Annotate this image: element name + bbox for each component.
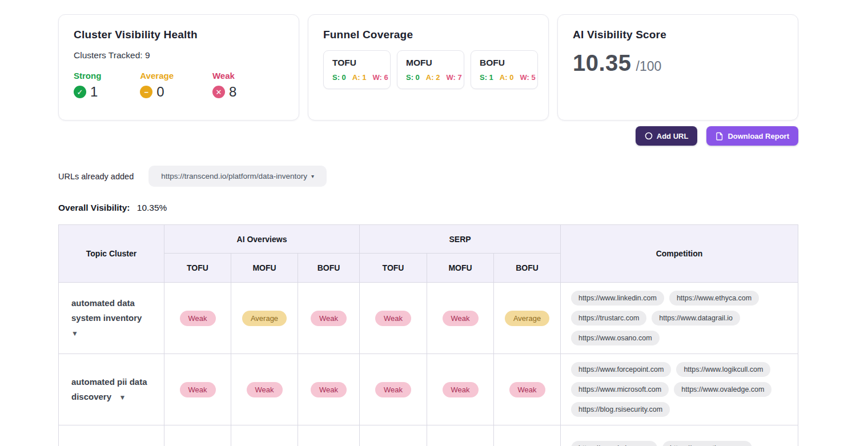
health-stat-label: Weak xyxy=(212,71,236,81)
funnel-stat-average: A: 1 xyxy=(352,73,367,82)
funnel-stat-weak: W: 7 xyxy=(446,73,461,82)
toolbar: Add URL Download Report xyxy=(58,126,798,146)
status-badge: Weak xyxy=(311,382,347,397)
score-cell: Weak xyxy=(298,354,360,425)
health-stat-value: 1 xyxy=(90,84,98,100)
score-cell: Weak xyxy=(164,354,231,425)
urls-added-label: URLs already added xyxy=(58,172,134,181)
health-stat-label: Average xyxy=(140,71,174,81)
competitor-url-pill: https://www.ovaledge.com xyxy=(674,382,771,397)
clusters-tracked-label: Clusters Tracked: xyxy=(74,50,143,60)
cluster-name: automated data system inventory ▼ xyxy=(71,298,147,338)
funnel-stage-bofu: BOFUS: 1A: 0W: 5 xyxy=(471,50,538,89)
funnel-coverage-card: Funnel Coverage TOFUS: 0A: 1W: 6MOFUS: 0… xyxy=(308,14,549,120)
triangle-down-icon[interactable]: ▼ xyxy=(117,393,126,401)
status-badge: Weak xyxy=(311,311,347,326)
topic-cluster-cell: automated privacy data mapping ▼ xyxy=(59,425,164,446)
ai-visibility-title: AI Visibility Score xyxy=(573,29,783,41)
score-cell: Weak xyxy=(494,354,561,425)
status-badge: Weak xyxy=(509,382,545,397)
overall-visibility-value: 10.35% xyxy=(137,203,167,212)
download-report-button[interactable]: Download Report xyxy=(706,126,798,146)
score-cell: Weak xyxy=(427,283,494,354)
column-header-serp-tofu: TOFU xyxy=(360,254,427,283)
funnel-stat-strong: S: 0 xyxy=(406,73,420,82)
clusters-tracked-line: Clusters Tracked: 9 xyxy=(74,50,284,61)
score-cell: Weak xyxy=(360,283,427,354)
score-cell: Strong xyxy=(494,425,561,446)
score-cell: Average xyxy=(494,283,561,354)
funnel-stage-name: MOFU xyxy=(406,58,455,68)
add-url-label: Add URL xyxy=(657,132,689,140)
status-badge: Weak xyxy=(375,382,411,397)
score-cell: Average xyxy=(360,425,427,446)
health-stat-strong: Strong✓1 xyxy=(74,71,101,100)
funnel-stage-name: TOFU xyxy=(332,58,381,68)
topic-cluster-cell: automated pii data discovery ▼ xyxy=(59,354,164,425)
table-row: automated data system inventory ▼WeakAve… xyxy=(59,283,798,354)
score-cell: Weak xyxy=(360,354,427,425)
column-header-ai-bofu: BOFU xyxy=(298,254,360,283)
cluster-health-title: Cluster Visibility Health xyxy=(74,29,284,41)
competitor-url-pill: https://www.ethyca.com xyxy=(669,291,759,306)
cluster-matrix-table: Topic Cluster AI Overviews SERP Competit… xyxy=(58,224,798,446)
competitor-url-pill: https://complydog.com xyxy=(571,441,657,446)
competition-cell: https://www.forcepoint.comhttps://www.lo… xyxy=(561,354,798,425)
column-header-topic-cluster: Topic Cluster xyxy=(59,225,164,283)
score-cell: Average xyxy=(164,425,231,446)
competition-cell: https://complydog.comhttps://www.ethyca.… xyxy=(561,425,798,446)
overall-visibility-label: Overall Visibility: xyxy=(58,203,130,212)
competitor-url-pill: https://www.datagrail.io xyxy=(652,311,740,326)
table-row: automated privacy data mapping ▼AverageA… xyxy=(59,425,798,446)
competitor-url-pill: https://www.forcepoint.com xyxy=(571,362,671,377)
funnel-stat-average: A: 0 xyxy=(500,73,514,82)
funnel-stat-average: A: 2 xyxy=(426,73,440,82)
topic-cluster-cell: automated data system inventory ▼ xyxy=(59,283,164,354)
check-icon: ✓ xyxy=(74,86,86,98)
status-badge: Weak xyxy=(247,382,283,397)
competitor-url-pill: https://www.linkedin.com xyxy=(571,291,664,306)
url-dropdown[interactable]: https://transcend.io/platform/data-inven… xyxy=(148,166,327,187)
health-stat-weak: Weak✕8 xyxy=(212,71,236,100)
caret-down-icon: ▾ xyxy=(311,173,314,179)
funnel-stage-tofu: TOFUS: 0A: 1W: 6 xyxy=(323,50,391,89)
competitor-url-pill: https://www.ethyca.com xyxy=(662,441,752,446)
score-denominator: /100 xyxy=(636,59,662,74)
summary-cards-row: Cluster Visibility Health Clusters Track… xyxy=(58,14,798,120)
health-stat-label: Strong xyxy=(74,71,101,81)
overall-visibility-row: Overall Visibility: 10.35% xyxy=(58,203,798,213)
status-badge: Average xyxy=(505,311,549,326)
funnel-stage-name: BOFU xyxy=(480,58,529,68)
score-cell: Average xyxy=(231,283,298,354)
status-badge: Weak xyxy=(443,382,479,397)
funnel-stages: TOFUS: 0A: 1W: 6MOFUS: 0A: 2W: 7BOFUS: 1… xyxy=(323,50,533,89)
health-stats: Strong✓1Average−0Weak✕8 xyxy=(74,71,284,100)
triangle-down-icon[interactable]: ▼ xyxy=(71,330,78,337)
health-stat-average: Average−0 xyxy=(140,71,174,100)
document-icon xyxy=(716,132,724,140)
cluster-name: automated pii data discovery ▼ xyxy=(71,377,147,401)
column-header-serp-mofu: MOFU xyxy=(427,254,494,283)
funnel-coverage-title: Funnel Coverage xyxy=(323,29,533,41)
ai-visibility-score-card: AI Visibility Score 10.35 /100 xyxy=(557,14,798,120)
column-header-ai-tofu: TOFU xyxy=(164,254,231,283)
download-report-label: Download Report xyxy=(728,132,789,140)
score-cell: Weak xyxy=(298,283,360,354)
competitor-url-pill: https://www.microsoft.com xyxy=(571,382,669,397)
add-url-button[interactable]: Add URL xyxy=(636,126,698,146)
minus-icon: − xyxy=(140,86,152,98)
table-row: automated pii data discovery ▼WeakWeakWe… xyxy=(59,354,798,425)
dashboard-page: Cluster Visibility Health Clusters Track… xyxy=(58,0,798,446)
competitor-url-pill: https://trustarc.com xyxy=(571,311,646,326)
health-stat-value: 0 xyxy=(156,84,164,100)
column-header-ai-mofu: MOFU xyxy=(231,254,298,283)
status-badge: Weak xyxy=(180,382,216,397)
funnel-stat-weak: W: 6 xyxy=(372,73,388,82)
url-dropdown-value: https://transcend.io/platform/data-inven… xyxy=(161,172,307,180)
column-header-serp-bofu: BOFU xyxy=(494,254,561,283)
x-icon: ✕ xyxy=(212,86,225,98)
competitor-url-pill: https://blog.rsisecurity.com xyxy=(571,402,670,417)
funnel-stat-strong: S: 1 xyxy=(480,73,493,82)
circle-icon xyxy=(645,132,653,140)
status-badge: Average xyxy=(242,311,287,326)
